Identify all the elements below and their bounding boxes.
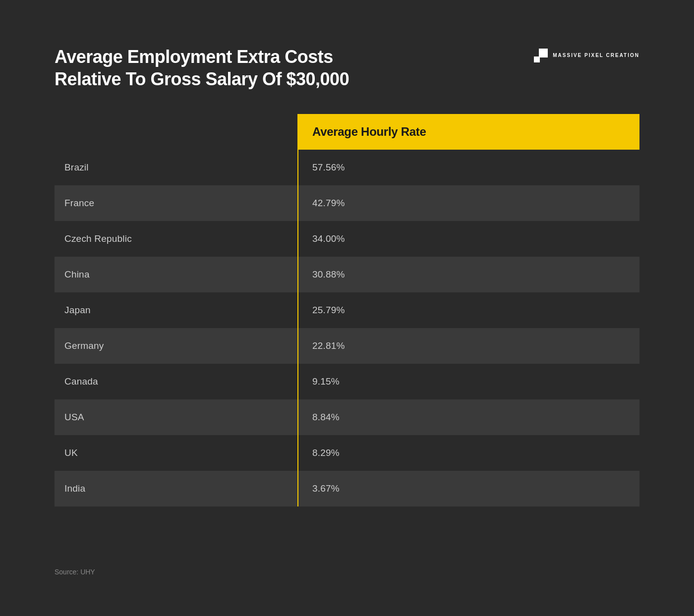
rate-cell: 34.00%	[297, 224, 639, 253]
rate-cell: 8.29%	[297, 439, 639, 467]
main-title: Average Employment Extra Costs Relative …	[55, 46, 349, 90]
rate-cell: 30.88%	[297, 260, 639, 289]
page-container: Average Employment Extra Costs Relative …	[55, 36, 639, 581]
country-cell: Czech Republic	[55, 224, 297, 253]
table-row: Japan25.79%	[55, 292, 639, 328]
country-cell: Japan	[55, 296, 297, 325]
country-cell: USA	[55, 403, 297, 432]
table-row: USA8.84%	[55, 399, 639, 435]
header-section: Average Employment Extra Costs Relative …	[55, 36, 639, 90]
country-cell: Brazil	[55, 153, 297, 182]
logo-icon-bottom-square	[534, 56, 540, 62]
table-row: France42.79%	[55, 185, 639, 221]
country-cell: Germany	[55, 332, 297, 360]
table-row: Canada9.15%	[55, 364, 639, 399]
column-divider	[297, 150, 298, 506]
data-table: Average Hourly Rate Brazil57.56%France42…	[55, 114, 639, 550]
table-row: UK8.29%	[55, 435, 639, 471]
table-body: Brazil57.56%France42.79%Czech Republic34…	[55, 150, 639, 506]
table-row: Germany22.81%	[55, 328, 639, 364]
table-row: Brazil57.56%	[55, 150, 639, 185]
rate-cell: 3.67%	[297, 474, 639, 503]
table-row: China30.88%	[55, 257, 639, 292]
country-cell: China	[55, 260, 297, 289]
country-cell: France	[55, 189, 297, 218]
table-row: Czech Republic34.00%	[55, 221, 639, 257]
logo-section: MASSIVE PIXEL CREATION	[534, 49, 639, 62]
table-row: India3.67%	[55, 471, 639, 506]
logo-text: MASSIVE PIXEL CREATION	[553, 53, 639, 58]
column-header-rate-label: Average Hourly Rate	[312, 125, 426, 139]
rate-cell: 8.84%	[297, 403, 639, 432]
rate-cell: 42.79%	[297, 189, 639, 218]
column-header-rate: Average Hourly Rate	[297, 114, 639, 150]
rate-cell: 22.81%	[297, 332, 639, 360]
rate-cell: 25.79%	[297, 296, 639, 325]
logo-icon-top-square	[539, 49, 548, 57]
table-header-row: Average Hourly Rate	[55, 114, 639, 150]
country-cell: India	[55, 474, 297, 503]
logo-icon	[534, 49, 548, 62]
country-cell: UK	[55, 439, 297, 467]
source-attribution: Source: UHY	[55, 568, 639, 581]
rate-cell: 9.15%	[297, 367, 639, 396]
country-cell: Canada	[55, 367, 297, 396]
rate-cell: 57.56%	[297, 153, 639, 182]
column-header-country	[55, 114, 297, 150]
